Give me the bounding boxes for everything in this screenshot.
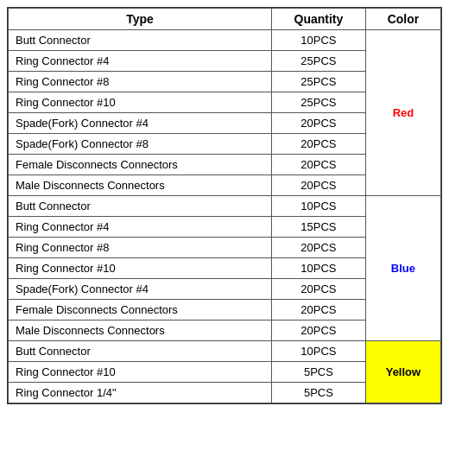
cell-quantity: 20PCS (271, 238, 365, 258)
cell-type: Ring Connector #10 (9, 362, 272, 383)
cell-type: Male Disconnects Connectors (9, 321, 272, 341)
cell-quantity: 10PCS (271, 30, 365, 51)
cell-type: Ring Connector #4 (9, 51, 272, 72)
cell-quantity: 20PCS (271, 321, 365, 341)
cell-quantity: 5PCS (271, 362, 365, 383)
cell-type: Female Disconnects Connectors (9, 300, 272, 321)
cell-type: Ring Connector #8 (9, 72, 272, 92)
cell-quantity: 10PCS (271, 341, 365, 362)
cell-quantity: 15PCS (271, 217, 365, 238)
cell-type: Butt Connector (9, 341, 272, 362)
header-color: Color (365, 9, 440, 30)
cell-type: Ring Connector 1/4" (9, 383, 272, 403)
cell-quantity: 20PCS (271, 300, 365, 321)
cell-quantity: 20PCS (271, 279, 365, 300)
cell-color: Red (365, 30, 440, 196)
cell-type: Ring Connector #10 (9, 92, 272, 113)
cell-type: Spade(Fork) Connector #4 (9, 279, 272, 300)
cell-quantity: 25PCS (271, 51, 365, 72)
cell-quantity: 20PCS (271, 113, 365, 134)
cell-quantity: 10PCS (271, 258, 365, 279)
cell-type: Spade(Fork) Connector #4 (9, 113, 272, 134)
cell-type: Spade(Fork) Connector #8 (9, 134, 272, 155)
cell-quantity: 20PCS (271, 175, 365, 196)
table-row: Butt Connector10PCSRed (9, 30, 441, 51)
cell-type: Female Disconnects Connectors (9, 155, 272, 175)
cell-type: Butt Connector (9, 30, 272, 51)
table-row: Butt Connector10PCSBlue (9, 196, 441, 217)
header-type: Type (9, 9, 272, 30)
cell-type: Ring Connector #10 (9, 258, 272, 279)
cell-type: Male Disconnects Connectors (9, 175, 272, 196)
table-row: Butt Connector10PCSYellow (9, 341, 441, 362)
cell-color: Blue (365, 196, 440, 341)
cell-color: Yellow (365, 341, 440, 403)
cell-quantity: 25PCS (271, 72, 365, 92)
cell-quantity: 20PCS (271, 155, 365, 175)
cell-quantity: 20PCS (271, 134, 365, 155)
cell-quantity: 10PCS (271, 196, 365, 217)
cell-type: Ring Connector #8 (9, 238, 272, 258)
connector-table: Type Quantity Color Butt Connector10PCSR… (7, 7, 442, 404)
cell-quantity: 25PCS (271, 92, 365, 113)
header-quantity: Quantity (271, 9, 365, 30)
cell-type: Butt Connector (9, 196, 272, 217)
cell-type: Ring Connector #4 (9, 217, 272, 238)
cell-quantity: 5PCS (271, 383, 365, 403)
